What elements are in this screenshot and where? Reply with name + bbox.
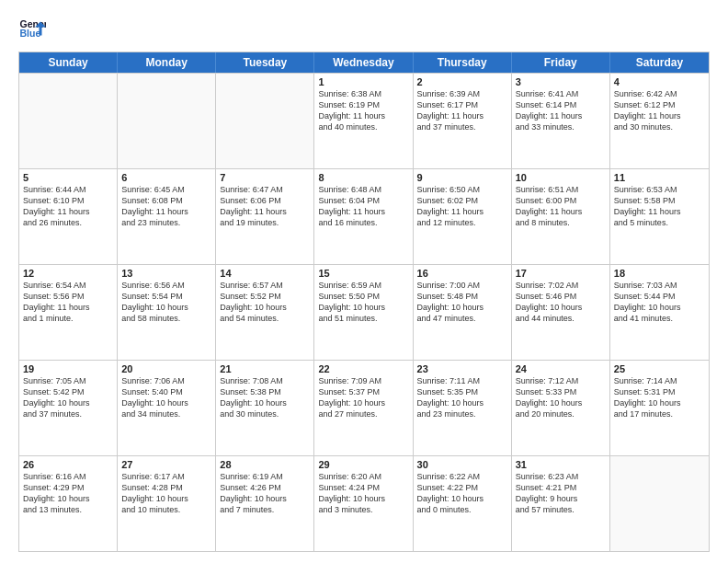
calendar-cell: 2Sunrise: 6:39 AM Sunset: 6:17 PM Daylig… bbox=[414, 74, 512, 168]
calendar-cell: 30Sunrise: 6:22 AM Sunset: 4:22 PM Dayli… bbox=[414, 456, 512, 551]
day-number: 22 bbox=[318, 363, 408, 374]
day-info: Sunrise: 7:09 AM Sunset: 5:37 PM Dayligh… bbox=[318, 375, 408, 420]
day-info: Sunrise: 6:19 AM Sunset: 4:26 PM Dayligh… bbox=[220, 471, 310, 516]
day-number: 20 bbox=[121, 363, 211, 374]
calendar-cell: 1Sunrise: 6:38 AM Sunset: 6:19 PM Daylig… bbox=[314, 74, 413, 168]
day-number: 31 bbox=[516, 459, 606, 470]
calendar-cell: 12Sunrise: 6:54 AM Sunset: 5:56 PM Dayli… bbox=[19, 265, 118, 360]
calendar-cell: 5Sunrise: 6:44 AM Sunset: 6:10 PM Daylig… bbox=[19, 169, 118, 264]
day-number: 16 bbox=[417, 268, 507, 279]
calendar-row: 5Sunrise: 6:44 AM Sunset: 6:10 PM Daylig… bbox=[19, 168, 709, 264]
calendar-body: 1Sunrise: 6:38 AM Sunset: 6:19 PM Daylig… bbox=[19, 73, 709, 551]
day-number: 15 bbox=[318, 268, 408, 279]
day-info: Sunrise: 6:48 AM Sunset: 6:04 PM Dayligh… bbox=[318, 184, 408, 229]
day-info: Sunrise: 6:23 AM Sunset: 4:21 PM Dayligh… bbox=[516, 471, 606, 516]
weekday-header: Thursday bbox=[414, 52, 512, 73]
page: General Blue SundayMondayTuesdayWednesda… bbox=[0, 0, 728, 563]
day-number: 23 bbox=[417, 363, 507, 374]
day-number: 25 bbox=[614, 363, 705, 374]
weekday-header: Friday bbox=[512, 52, 610, 73]
calendar-cell: 20Sunrise: 7:06 AM Sunset: 5:40 PM Dayli… bbox=[118, 361, 216, 455]
day-info: Sunrise: 7:14 AM Sunset: 5:31 PM Dayligh… bbox=[614, 375, 705, 420]
day-info: Sunrise: 6:20 AM Sunset: 4:24 PM Dayligh… bbox=[318, 471, 408, 516]
calendar-row: 1Sunrise: 6:38 AM Sunset: 6:19 PM Daylig… bbox=[19, 73, 709, 168]
day-info: Sunrise: 6:56 AM Sunset: 5:54 PM Dayligh… bbox=[121, 280, 211, 325]
calendar-cell: 15Sunrise: 6:59 AM Sunset: 5:50 PM Dayli… bbox=[314, 265, 413, 360]
day-info: Sunrise: 7:03 AM Sunset: 5:44 PM Dayligh… bbox=[614, 280, 705, 325]
calendar-cell: 26Sunrise: 6:16 AM Sunset: 4:29 PM Dayli… bbox=[19, 456, 118, 551]
day-info: Sunrise: 6:16 AM Sunset: 4:29 PM Dayligh… bbox=[23, 471, 113, 516]
day-number: 28 bbox=[220, 459, 310, 470]
calendar-cell: 4Sunrise: 6:42 AM Sunset: 6:12 PM Daylig… bbox=[610, 74, 709, 168]
day-number: 24 bbox=[516, 363, 606, 374]
day-number: 12 bbox=[23, 268, 113, 279]
calendar-cell: 18Sunrise: 7:03 AM Sunset: 5:44 PM Dayli… bbox=[610, 265, 709, 360]
calendar-cell: 16Sunrise: 7:00 AM Sunset: 5:48 PM Dayli… bbox=[414, 265, 512, 360]
day-info: Sunrise: 6:42 AM Sunset: 6:12 PM Dayligh… bbox=[614, 88, 705, 133]
day-info: Sunrise: 6:39 AM Sunset: 6:17 PM Dayligh… bbox=[417, 88, 507, 133]
day-info: Sunrise: 7:02 AM Sunset: 5:46 PM Dayligh… bbox=[516, 280, 606, 325]
day-number: 10 bbox=[516, 172, 606, 183]
day-number: 19 bbox=[23, 363, 113, 374]
day-number: 27 bbox=[121, 459, 211, 470]
calendar-cell: 31Sunrise: 6:23 AM Sunset: 4:21 PM Dayli… bbox=[512, 456, 610, 551]
day-info: Sunrise: 6:59 AM Sunset: 5:50 PM Dayligh… bbox=[318, 280, 408, 325]
day-number: 7 bbox=[220, 172, 310, 183]
day-number: 1 bbox=[318, 76, 408, 87]
day-info: Sunrise: 7:05 AM Sunset: 5:42 PM Dayligh… bbox=[23, 375, 113, 420]
calendar-cell: 17Sunrise: 7:02 AM Sunset: 5:46 PM Dayli… bbox=[512, 265, 610, 360]
day-info: Sunrise: 7:00 AM Sunset: 5:48 PM Dayligh… bbox=[417, 280, 507, 325]
calendar-cell: 14Sunrise: 6:57 AM Sunset: 5:52 PM Dayli… bbox=[216, 265, 314, 360]
day-info: Sunrise: 6:51 AM Sunset: 6:00 PM Dayligh… bbox=[516, 184, 606, 229]
day-info: Sunrise: 6:44 AM Sunset: 6:10 PM Dayligh… bbox=[23, 184, 113, 229]
day-number: 29 bbox=[318, 459, 408, 470]
day-number: 26 bbox=[23, 459, 113, 470]
day-number: 8 bbox=[318, 172, 408, 183]
calendar-cell bbox=[19, 74, 118, 168]
calendar-cell bbox=[610, 456, 709, 551]
weekday-header: Tuesday bbox=[216, 52, 314, 73]
day-info: Sunrise: 6:45 AM Sunset: 6:08 PM Dayligh… bbox=[121, 184, 211, 229]
day-info: Sunrise: 6:50 AM Sunset: 6:02 PM Dayligh… bbox=[417, 184, 507, 229]
calendar-cell: 29Sunrise: 6:20 AM Sunset: 4:24 PM Dayli… bbox=[314, 456, 413, 551]
day-info: Sunrise: 7:06 AM Sunset: 5:40 PM Dayligh… bbox=[121, 375, 211, 420]
calendar-cell: 21Sunrise: 7:08 AM Sunset: 5:38 PM Dayli… bbox=[216, 361, 314, 455]
calendar-cell: 24Sunrise: 7:12 AM Sunset: 5:33 PM Dayli… bbox=[512, 361, 610, 455]
logo: General Blue bbox=[18, 15, 50, 42]
calendar-cell: 3Sunrise: 6:41 AM Sunset: 6:14 PM Daylig… bbox=[512, 74, 610, 168]
logo-icon: General Blue bbox=[18, 15, 46, 42]
weekday-header: Wednesday bbox=[314, 52, 413, 73]
day-info: Sunrise: 7:11 AM Sunset: 5:35 PM Dayligh… bbox=[417, 375, 507, 420]
day-info: Sunrise: 6:38 AM Sunset: 6:19 PM Dayligh… bbox=[318, 88, 408, 133]
calendar-cell: 22Sunrise: 7:09 AM Sunset: 5:37 PM Dayli… bbox=[314, 361, 413, 455]
day-number: 9 bbox=[417, 172, 507, 183]
calendar-row: 12Sunrise: 6:54 AM Sunset: 5:56 PM Dayli… bbox=[19, 264, 709, 360]
calendar-cell: 25Sunrise: 7:14 AM Sunset: 5:31 PM Dayli… bbox=[610, 361, 709, 455]
calendar: SundayMondayTuesdayWednesdayThursdayFrid… bbox=[18, 52, 710, 552]
header: General Blue bbox=[18, 15, 710, 42]
day-number: 17 bbox=[516, 268, 606, 279]
day-info: Sunrise: 6:57 AM Sunset: 5:52 PM Dayligh… bbox=[220, 280, 310, 325]
calendar-header: SundayMondayTuesdayWednesdayThursdayFrid… bbox=[19, 52, 709, 73]
day-info: Sunrise: 6:41 AM Sunset: 6:14 PM Dayligh… bbox=[516, 88, 606, 133]
calendar-row: 26Sunrise: 6:16 AM Sunset: 4:29 PM Dayli… bbox=[19, 455, 709, 551]
calendar-cell: 13Sunrise: 6:56 AM Sunset: 5:54 PM Dayli… bbox=[118, 265, 216, 360]
day-number: 18 bbox=[614, 268, 705, 279]
calendar-cell: 9Sunrise: 6:50 AM Sunset: 6:02 PM Daylig… bbox=[414, 169, 512, 264]
day-info: Sunrise: 7:08 AM Sunset: 5:38 PM Dayligh… bbox=[220, 375, 310, 420]
weekday-header: Saturday bbox=[610, 52, 709, 73]
day-number: 6 bbox=[121, 172, 211, 183]
day-info: Sunrise: 6:53 AM Sunset: 5:58 PM Dayligh… bbox=[614, 184, 705, 229]
day-number: 5 bbox=[23, 172, 113, 183]
weekday-header: Sunday bbox=[19, 52, 118, 73]
calendar-cell: 7Sunrise: 6:47 AM Sunset: 6:06 PM Daylig… bbox=[216, 169, 314, 264]
calendar-cell bbox=[118, 74, 216, 168]
day-number: 13 bbox=[121, 268, 211, 279]
day-info: Sunrise: 6:17 AM Sunset: 4:28 PM Dayligh… bbox=[121, 471, 211, 516]
day-info: Sunrise: 7:12 AM Sunset: 5:33 PM Dayligh… bbox=[516, 375, 606, 420]
day-number: 21 bbox=[220, 363, 310, 374]
weekday-header: Monday bbox=[118, 52, 216, 73]
day-number: 14 bbox=[220, 268, 310, 279]
day-number: 11 bbox=[614, 172, 705, 183]
day-number: 4 bbox=[614, 76, 705, 87]
